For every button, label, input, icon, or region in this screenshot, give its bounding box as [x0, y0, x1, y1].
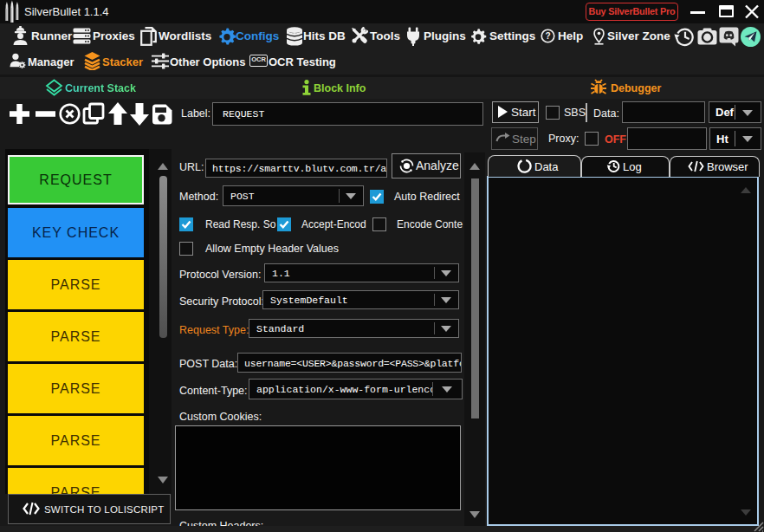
svg-text:?: ? [545, 31, 550, 41]
